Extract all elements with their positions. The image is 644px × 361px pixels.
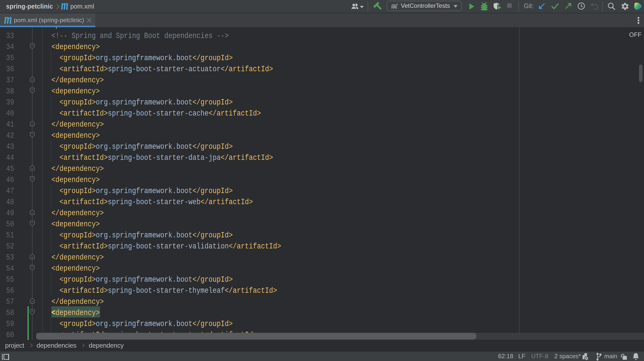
svg-text:m: m xyxy=(61,0,68,13)
svg-text:m: m xyxy=(4,13,12,27)
